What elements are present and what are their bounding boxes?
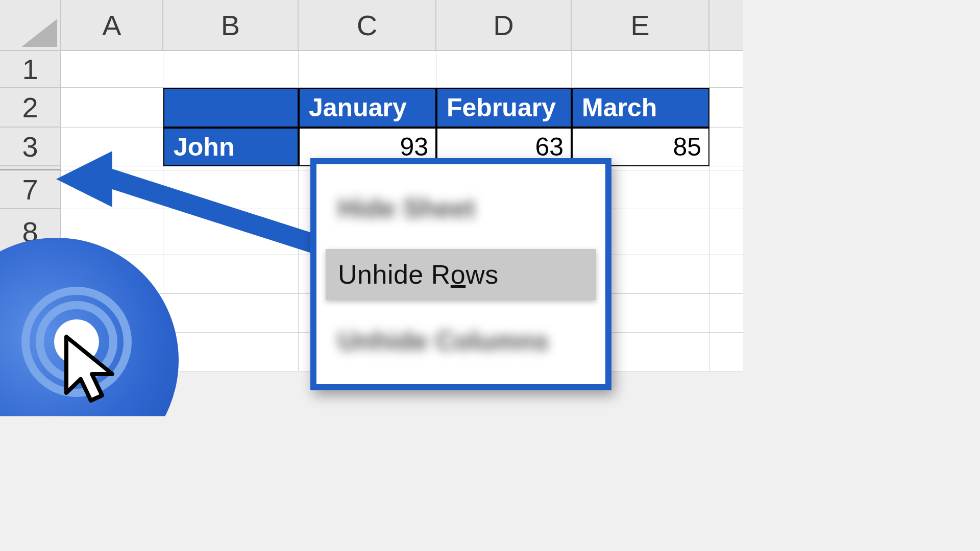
select-all-corner[interactable]	[0, 0, 61, 51]
select-all-triangle-icon	[21, 19, 57, 47]
cell-B7[interactable]	[163, 170, 299, 209]
col-header-E[interactable]: E	[572, 0, 709, 51]
cell-B9[interactable]	[163, 255, 299, 294]
table-header-february[interactable]: February	[436, 88, 572, 128]
hidden-gap-A	[61, 166, 163, 170]
cell-A1[interactable]	[61, 51, 163, 88]
menu-label-underline: o	[451, 260, 465, 289]
col-header-C[interactable]: C	[299, 0, 436, 51]
hidden-gap-B	[163, 166, 299, 170]
hidden-gap-F	[709, 166, 743, 170]
row-header-3[interactable]: 3	[0, 128, 61, 166]
menu-item-hide-sheet[interactable]: Hide Sheet	[326, 183, 596, 234]
col-header-B[interactable]: B	[163, 0, 299, 51]
cell-B10[interactable]	[163, 294, 299, 333]
cell-B8[interactable]	[163, 209, 299, 255]
menu-label-post: ws	[465, 260, 499, 289]
table-header-march[interactable]: March	[572, 88, 709, 128]
hidden-rows-indicator[interactable]	[0, 166, 61, 170]
menu-label-pre: Unhide R	[338, 260, 451, 289]
cell-C1[interactable]	[299, 51, 436, 88]
row-header-1[interactable]: 1	[0, 51, 61, 88]
svg-marker-4	[66, 337, 112, 400]
row-header-2[interactable]: 2	[0, 88, 61, 128]
cell-F3[interactable]	[709, 128, 743, 166]
menu-item-unhide-rows[interactable]: Unhide Rows	[326, 249, 596, 300]
cell-A7[interactable]	[61, 170, 163, 209]
col-header-extra[interactable]	[709, 0, 743, 51]
menu-item-unhide-columns[interactable]: Unhide Columns	[326, 315, 596, 366]
cell-F11[interactable]	[709, 333, 743, 371]
cell-F2[interactable]	[709, 88, 743, 128]
cell-A3[interactable]	[61, 128, 163, 166]
cell-B11[interactable]	[163, 333, 299, 371]
cell-F9[interactable]	[709, 255, 743, 294]
table-corner[interactable]	[163, 88, 299, 128]
table-header-january[interactable]: January	[299, 88, 436, 128]
cell-F7[interactable]	[709, 170, 743, 209]
col-header-A[interactable]: A	[61, 0, 163, 51]
cell-F8[interactable]	[709, 209, 743, 255]
cell-B1[interactable]	[163, 51, 299, 88]
cell-E1[interactable]	[572, 51, 709, 88]
cell-A2[interactable]	[61, 88, 163, 128]
table-rowname-john[interactable]: John	[163, 128, 299, 166]
context-menu: Hide Sheet Unhide Rows Unhide Columns	[310, 158, 611, 390]
cell-F10[interactable]	[709, 294, 743, 333]
cell-D1[interactable]	[436, 51, 572, 88]
cursor-arrow-icon	[56, 332, 128, 408]
col-header-D[interactable]: D	[436, 0, 572, 51]
row-header-7[interactable]: 7	[0, 170, 61, 209]
cell-F1[interactable]	[709, 51, 743, 88]
